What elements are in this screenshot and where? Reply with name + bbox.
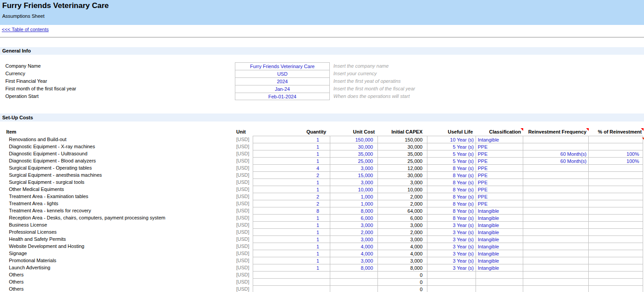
cell-useful-life[interactable]: 3 Year (s) <box>427 243 476 250</box>
cell-useful-life[interactable]: 3 Year (s) <box>427 250 476 257</box>
cell-useful-life[interactable]: 5 Year (s) <box>427 157 476 164</box>
cell-unit-cost[interactable]: 6,000 <box>330 214 377 221</box>
cell-unit-cost[interactable]: 30,000 <box>330 143 377 150</box>
cell-classification[interactable]: Intangible <box>476 228 523 235</box>
cell-classification[interactable]: Intangible <box>476 264 523 271</box>
cell-useful-life[interactable]: 3 Year (s) <box>427 221 476 228</box>
cell-reinvestment-frequency[interactable] <box>523 136 588 143</box>
cell-unit-cost[interactable] <box>330 278 377 285</box>
cell-pct-of-reinvestment[interactable] <box>588 278 643 285</box>
cell-unit-cost[interactable]: 25,000 <box>330 157 377 164</box>
cell-unit-cost[interactable]: 150,000 <box>330 136 377 143</box>
cell-pct-of-reinvestment[interactable] <box>588 250 643 257</box>
field-value-cell[interactable]: USD <box>235 70 330 77</box>
cell-pct-of-reinvestment[interactable] <box>588 264 643 271</box>
cell-classification[interactable]: Intangible <box>476 250 523 257</box>
cell-useful-life[interactable]: 8 Year (s) <box>427 193 476 200</box>
cell-reinvestment-frequency[interactable]: 60 Month(s) <box>523 150 588 157</box>
cell-reinvestment-frequency[interactable] <box>523 207 588 214</box>
cell-classification[interactable]: PPE <box>476 150 523 157</box>
cell-unit-cost[interactable]: 4,000 <box>330 250 377 257</box>
cell-useful-life[interactable] <box>427 278 476 285</box>
cell-pct-of-reinvestment[interactable] <box>588 271 643 278</box>
cell-reinvestment-frequency[interactable] <box>523 228 588 235</box>
cell-unit-cost[interactable]: 1,000 <box>330 200 377 207</box>
cell-pct-of-reinvestment[interactable] <box>588 193 643 200</box>
cell-pct-of-reinvestment[interactable] <box>588 228 643 235</box>
cell-reinvestment-frequency[interactable] <box>523 221 588 228</box>
cell-reinvestment-frequency[interactable] <box>523 200 588 207</box>
cell-pct-of-reinvestment[interactable] <box>588 136 643 143</box>
cell-useful-life[interactable] <box>427 285 476 292</box>
cell-useful-life[interactable]: 8 Year (s) <box>427 178 476 186</box>
cell-reinvestment-frequency[interactable] <box>523 178 588 186</box>
cell-reinvestment-frequency[interactable] <box>523 264 588 271</box>
cell-pct-of-reinvestment[interactable] <box>588 243 643 250</box>
cell-unit-cost[interactable]: 8,000 <box>330 264 377 271</box>
cell-pct-of-reinvestment[interactable]: 100% <box>588 150 643 157</box>
cell-quantity[interactable] <box>253 285 330 292</box>
cell-classification[interactable]: Intangible <box>476 207 523 214</box>
cell-unit-cost[interactable]: 1,000 <box>330 193 377 200</box>
cell-classification[interactable]: Intangible <box>476 235 523 243</box>
cell-useful-life[interactable]: 8 Year (s) <box>427 200 476 207</box>
field-value-cell[interactable]: 2024 <box>235 77 330 85</box>
cell-pct-of-reinvestment[interactable] <box>588 221 643 228</box>
cell-unit-cost[interactable]: 15,000 <box>330 171 377 178</box>
cell-pct-of-reinvestment[interactable] <box>588 235 643 243</box>
cell-quantity[interactable] <box>253 278 330 285</box>
cell-unit-cost[interactable]: 4,000 <box>330 243 377 250</box>
cell-quantity[interactable]: 2 <box>253 193 330 200</box>
cell-unit-cost[interactable]: 3,000 <box>330 221 377 228</box>
cell-quantity[interactable]: 2 <box>253 200 330 207</box>
cell-reinvestment-frequency[interactable] <box>523 250 588 257</box>
cell-unit-cost[interactable] <box>330 285 377 292</box>
cell-pct-of-reinvestment[interactable] <box>588 186 643 193</box>
cell-quantity[interactable]: 1 <box>253 136 330 143</box>
cell-useful-life[interactable]: 8 Year (s) <box>427 207 476 214</box>
cell-classification[interactable]: Intangible <box>476 214 523 221</box>
cell-classification[interactable]: PPE <box>476 193 523 200</box>
cell-reinvestment-frequency[interactable] <box>523 235 588 243</box>
cell-classification[interactable]: Intangible <box>476 136 523 143</box>
cell-pct-of-reinvestment[interactable]: 100% <box>588 157 643 164</box>
cell-quantity[interactable]: 1 <box>253 235 330 243</box>
cell-pct-of-reinvestment[interactable] <box>588 257 643 264</box>
cell-useful-life[interactable]: 5 Year (s) <box>427 143 476 150</box>
cell-useful-life[interactable]: 8 Year (s) <box>427 171 476 178</box>
cell-quantity[interactable]: 1 <box>253 214 330 221</box>
cell-unit-cost[interactable]: 10,000 <box>330 186 377 193</box>
cell-useful-life[interactable]: 8 Year (s) <box>427 164 476 171</box>
cell-quantity[interactable]: 8 <box>253 207 330 214</box>
cell-classification[interactable]: PPE <box>476 143 523 150</box>
cell-quantity[interactable]: 1 <box>253 250 330 257</box>
cell-quantity[interactable]: 1 <box>253 150 330 157</box>
cell-reinvestment-frequency[interactable] <box>523 164 588 171</box>
table-of-contents-link[interactable]: <<< Table of contents <box>2 27 49 32</box>
cell-quantity[interactable]: 1 <box>253 243 330 250</box>
cell-classification[interactable]: PPE <box>476 157 523 164</box>
cell-classification[interactable] <box>476 285 523 292</box>
cell-quantity[interactable]: 1 <box>253 157 330 164</box>
cell-useful-life[interactable] <box>427 271 476 278</box>
cell-pct-of-reinvestment[interactable] <box>588 164 643 171</box>
cell-classification[interactable]: PPE <box>476 178 523 186</box>
cell-quantity[interactable]: 1 <box>253 257 330 264</box>
cell-pct-of-reinvestment[interactable] <box>588 178 643 186</box>
cell-reinvestment-frequency[interactable] <box>523 257 588 264</box>
cell-unit-cost[interactable]: 3,000 <box>330 235 377 243</box>
cell-quantity[interactable]: 1 <box>253 186 330 193</box>
cell-useful-life[interactable]: 3 Year (s) <box>427 257 476 264</box>
cell-classification[interactable]: PPE <box>476 164 523 171</box>
cell-reinvestment-frequency[interactable] <box>523 243 588 250</box>
cell-unit-cost[interactable]: 3,000 <box>330 164 377 171</box>
cell-pct-of-reinvestment[interactable] <box>588 214 643 221</box>
cell-reinvestment-frequency[interactable] <box>523 186 588 193</box>
cell-quantity[interactable]: 1 <box>253 228 330 235</box>
field-value-cell[interactable]: Jan-24 <box>235 85 330 93</box>
cell-quantity[interactable]: 1 <box>253 143 330 150</box>
cell-classification[interactable]: Intangible <box>476 221 523 228</box>
cell-reinvestment-frequency[interactable] <box>523 271 588 278</box>
cell-useful-life[interactable]: 3 Year (s) <box>427 228 476 235</box>
cell-quantity[interactable]: 4 <box>253 164 330 171</box>
